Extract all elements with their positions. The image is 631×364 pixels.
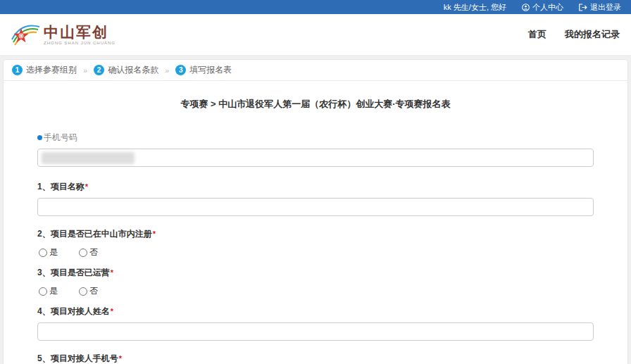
step-separator-icon: » — [165, 66, 169, 75]
project-name-input[interactable] — [37, 198, 594, 216]
topbar: kk 先生/女士, 您好 个人中心 退出登录 — [0, 0, 631, 14]
step-3-circle: 3 — [175, 65, 186, 75]
redacted-phone-value — [42, 152, 135, 164]
radio-group-operation: 是 否 — [39, 285, 594, 297]
radio-registered-yes[interactable]: 是 — [39, 246, 58, 258]
registration-form: 专项赛 > 中山市退役军人第一届（农行杯）创业大赛·专项赛报名表 手机号码 1、… — [4, 81, 627, 364]
required-mark: * — [111, 268, 113, 277]
required-mark: * — [85, 182, 88, 191]
step-2-circle: 2 — [94, 65, 104, 75]
steps-bar: 1 选择参赛组别 » 2 确认报名条款 » 3 填写报名表 — [4, 60, 627, 81]
phone-field[interactable] — [37, 149, 594, 167]
logout-icon — [579, 4, 587, 11]
step-select-group[interactable]: 1 选择参赛组别 — [12, 64, 77, 76]
radio-operation-yes[interactable]: 是 — [39, 285, 58, 297]
content-panel: 1 选择参赛组别 » 2 确认报名条款 » 3 填写报名表 专项赛 > 中山市退… — [3, 59, 628, 364]
phone-label: 手机号码 — [44, 132, 77, 144]
radio-group-registered: 是 否 — [39, 246, 594, 258]
main-nav: 首页 我的报名记录 — [528, 28, 620, 41]
radio-input[interactable] — [79, 287, 87, 296]
step-2-label: 确认报名条款 — [108, 64, 158, 76]
user-icon — [522, 4, 530, 11]
field-in-operation: 3、项目是否已运营* 是 否 — [37, 267, 594, 297]
step-separator-icon: » — [83, 66, 87, 75]
field-label: 5、项目对接人手机号* — [37, 353, 594, 364]
site-logo[interactable]: 中山军创 ZHONG SHAN JUN CHUANG — [10, 20, 115, 49]
field-registered-in-zhongshan: 2、项目是否已在中山市内注册* 是 否 — [37, 228, 594, 258]
required-mark: * — [119, 354, 122, 363]
personal-center-label: 个人中心 — [532, 2, 563, 13]
nav-home[interactable]: 首页 — [528, 28, 546, 41]
field-label: 3、项目是否已运营* — [37, 267, 594, 279]
step-3-label: 填写报名表 — [189, 64, 232, 76]
star-logo-icon — [10, 20, 41, 49]
nav-my-records[interactable]: 我的报名记录 — [565, 28, 620, 41]
site-header: 中山军创 ZHONG SHAN JUN CHUANG 首页 我的报名记录 — [0, 14, 631, 55]
form-title: 专项赛 > 中山市退役军人第一届（农行杯）创业大赛·专项赛报名表 — [37, 98, 594, 111]
step-1-label: 选择参赛组别 — [26, 64, 77, 76]
required-mark: * — [111, 307, 113, 315]
field-project-name: 1、项目名称* — [37, 181, 594, 216]
field-contact-phone: 5、项目对接人手机号* — [37, 353, 594, 364]
radio-input[interactable] — [79, 249, 87, 257]
step-1-circle: 1 — [12, 65, 23, 75]
step-fill-form[interactable]: 3 填写报名表 — [175, 64, 232, 76]
radio-operation-no[interactable]: 否 — [79, 285, 98, 297]
logout-label: 退出登录 — [590, 2, 621, 13]
field-contact-name: 4、项目对接人姓名* — [37, 306, 594, 341]
field-label: 2、项目是否已在中山市内注册* — [37, 228, 594, 240]
user-greeting: kk 先生/女士, 您好 — [444, 2, 506, 13]
logo-subtitle: ZHONG SHAN JUN CHUANG — [44, 41, 115, 45]
required-mark: * — [153, 230, 156, 238]
radio-input[interactable] — [39, 287, 47, 296]
field-label: 4、项目对接人姓名* — [37, 306, 594, 318]
step-confirm-terms[interactable]: 2 确认报名条款 — [94, 64, 158, 76]
bullet-icon — [37, 135, 42, 140]
personal-center-link[interactable]: 个人中心 — [522, 2, 563, 13]
radio-registered-no[interactable]: 否 — [79, 246, 98, 258]
contact-name-input[interactable] — [37, 322, 594, 341]
phone-label-row: 手机号码 — [37, 132, 594, 144]
logo-title: 中山军创 — [44, 25, 115, 39]
radio-input[interactable] — [39, 249, 47, 257]
field-label: 1、项目名称* — [37, 181, 594, 193]
logout-link[interactable]: 退出登录 — [579, 2, 621, 13]
